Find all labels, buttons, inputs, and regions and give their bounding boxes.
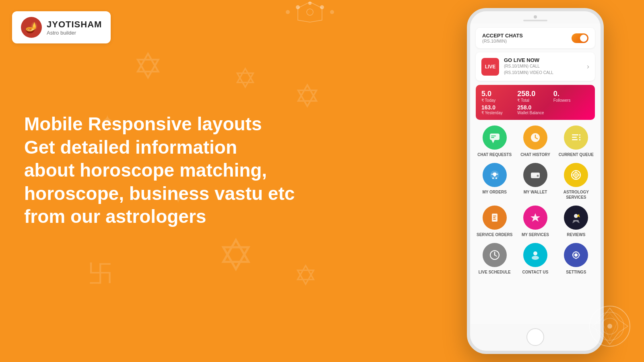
settings-icon — [564, 243, 588, 267]
wallet-label: Wallet Balance — [517, 111, 553, 115]
svg-point-39 — [533, 251, 537, 255]
svg-point-2 — [296, 5, 300, 9]
svg-point-5 — [330, 10, 334, 14]
menu-item-settings[interactable]: SETTINGS — [557, 243, 595, 275]
svg-marker-0 — [298, 2, 322, 22]
menu-item-chat-requests[interactable]: CHAT REQUESTS — [476, 125, 513, 157]
menu-item-live-schedule[interactable]: LIVE SCHEDULE — [476, 243, 513, 275]
live-badge: LIVE — [485, 64, 496, 70]
svg-marker-34 — [572, 220, 580, 223]
menu-item-chat-history[interactable]: CHAT HISTORY — [516, 125, 554, 157]
service-orders-label: SERVICE ORDERS — [477, 232, 512, 237]
menu-item-astrology-services[interactable]: ASTROLOGY SERVICES — [557, 163, 595, 200]
svg-point-19 — [492, 177, 494, 179]
my-services-icon — [523, 206, 547, 230]
logo-text: JYOTISHAM Astro builder — [47, 19, 102, 36]
svg-point-6 — [286, 10, 290, 14]
logo-icon: 🪔 — [21, 17, 42, 38]
svg-point-40 — [532, 256, 539, 260]
svg-rect-29 — [493, 216, 496, 216]
go-live-sub1: (RS.10/1MIN) CALL — [504, 63, 553, 70]
stats-banner: 5.0 ₹ Today 258.0 ₹ Total 0. Followers 1… — [476, 85, 595, 120]
menu-item-reviews[interactable]: REVIEWS — [557, 206, 595, 237]
svg-point-41 — [574, 253, 578, 257]
svg-rect-9 — [491, 136, 496, 136]
svg-rect-30 — [493, 217, 495, 218]
left-content: Mobile Responsive layouts Get detailed i… — [24, 113, 295, 228]
svg-rect-13 — [572, 137, 577, 138]
svg-rect-17 — [579, 139, 580, 140]
my-wallet-label: MY WALLET — [524, 189, 547, 195]
stat-yesterday: 163.0 ₹ Yesterday — [481, 104, 517, 115]
svg-rect-15 — [579, 134, 580, 136]
menu-item-my-wallet[interactable]: MY WALLET — [516, 163, 554, 200]
yesterday-val: 163.0 — [481, 104, 517, 111]
reviews-icon — [564, 206, 588, 230]
svg-point-3 — [320, 5, 324, 9]
my-orders-label: MY ORDERS — [482, 189, 506, 195]
live-schedule-label: LIVE SCHEDULE — [479, 269, 511, 275]
phone-mockup: ACCEPT CHATS (RS.10/MIN) LIVE GO LIVE NO… — [467, 8, 604, 354]
reviews-label: REVIEWS — [567, 232, 585, 237]
accept-chats-text: ACCEPT CHATS (RS.10/MIN) — [482, 33, 523, 43]
svg-point-48 — [607, 324, 612, 329]
phone-bottom — [470, 324, 601, 351]
settings-label: SETTINGS — [566, 269, 586, 275]
svg-rect-14 — [572, 139, 578, 140]
chat-requests-icon — [483, 125, 507, 150]
live-schedule-icon — [483, 243, 507, 267]
top-center-decoration — [274, 0, 346, 26]
menu-item-my-services[interactable]: MY SERVICES — [516, 206, 554, 237]
go-live-arrow: › — [587, 62, 589, 71]
left-heading: Mobile Responsive layouts Get detailed i… — [24, 113, 295, 228]
bottom-right-decoration — [588, 304, 632, 350]
menu-item-my-orders[interactable]: MY ORDERS — [476, 163, 513, 200]
wallet-val: 258.0 — [517, 104, 553, 111]
stat-total: 258.0 ₹ Total — [517, 90, 553, 103]
astrology-services-label: ASTROLOGY SERVICES — [557, 189, 595, 200]
chat-requests-label: CHAT REQUESTS — [477, 152, 512, 157]
accept-chats-toggle[interactable] — [572, 33, 588, 43]
live-text: GO LIVE NOW (RS.10/1MIN) CALL (RS.10/1MI… — [504, 57, 553, 76]
chat-history-label: CHAT HISTORY — [520, 152, 550, 157]
followers-label: Followers — [553, 98, 589, 103]
accept-chats-subtitle: (RS.10/MIN) — [482, 39, 523, 43]
total-label: ₹ Total — [517, 98, 553, 103]
logo-tagline: Astro builder — [47, 30, 102, 36]
yesterday-label: ₹ Yesterday — [481, 111, 517, 115]
contact-us-icon — [523, 243, 547, 267]
logo-name: JYOTISHAM — [47, 19, 102, 30]
total-val: 258.0 — [517, 90, 553, 98]
go-live-title: GO LIVE NOW — [504, 57, 553, 63]
svg-rect-7 — [490, 134, 500, 140]
menu-item-service-orders[interactable]: SERVICE ORDERS — [476, 206, 513, 237]
stat-today: 5.0 ₹ Today — [481, 90, 517, 103]
current-queue-icon — [564, 125, 588, 150]
svg-point-20 — [495, 177, 497, 179]
go-live-row[interactable]: LIVE GO LIVE NOW (RS.10/1MIN) CALL (RS.1… — [476, 52, 595, 81]
logo-container: 🪔 JYOTISHAM Astro builder — [12, 11, 111, 43]
astrology-services-icon — [564, 163, 588, 187]
today-val: 5.0 — [481, 90, 517, 98]
phone-dot — [534, 15, 537, 19]
svg-marker-32 — [530, 213, 540, 222]
menu-item-contact-us[interactable]: CONTACT US — [516, 243, 554, 275]
svg-line-38 — [495, 255, 497, 256]
svg-point-4 — [308, 2, 312, 5]
phone-speaker — [523, 20, 547, 21]
live-icon: LIVE — [481, 58, 499, 76]
svg-point-1 — [307, 9, 313, 15]
today-label: ₹ Today — [481, 98, 517, 103]
svg-marker-8 — [491, 140, 495, 143]
svg-rect-10 — [491, 137, 494, 138]
chat-history-icon — [523, 125, 547, 150]
accept-chats-title: ACCEPT CHATS — [482, 33, 523, 39]
home-button[interactable] — [526, 328, 544, 346]
stat-wallet: 258.0 Wallet Balance — [517, 104, 553, 115]
contact-us-label: CONTACT US — [522, 269, 549, 275]
menu-item-current-queue[interactable]: CURRENT QUEUE — [557, 125, 595, 157]
phone-content: ACCEPT CHATS (RS.10/MIN) LIVE GO LIVE NO… — [470, 24, 601, 324]
accept-chats-row: ACCEPT CHATS (RS.10/MIN) — [476, 28, 595, 48]
my-wallet-icon — [523, 163, 547, 187]
svg-point-23 — [537, 175, 539, 177]
